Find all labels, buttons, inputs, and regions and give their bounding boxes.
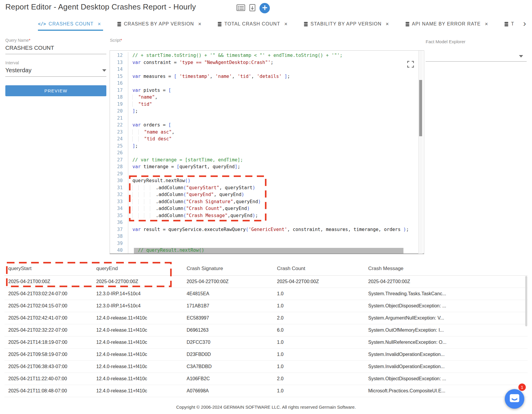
tab-label: T xyxy=(511,21,514,27)
tab-crashes-by-app-version[interactable]: CRASHES BY APP VERSION× xyxy=(117,17,201,31)
table-cell: 12.3.0-IRP.14+510c4 xyxy=(92,291,183,296)
code-line[interactable]: 16 xyxy=(110,80,424,87)
line-number: 27 xyxy=(110,157,128,164)
preview-button[interactable]: PREVIEW xyxy=(5,85,106,96)
code-line[interactable]: 26 xyxy=(110,150,424,157)
editor-vertical-scrollbar[interactable] xyxy=(418,51,423,254)
code-line[interactable]: 40 // queryResult.nextRow() xyxy=(110,247,424,254)
table-row: 2025-04-21T09:58:19-07:0012.4.0-release.… xyxy=(4,349,528,361)
add-query-button[interactable] xyxy=(259,3,270,13)
table-cell: 171AB1B7 xyxy=(183,303,273,309)
code-text: // var timerange = [startTime, endTime]; xyxy=(128,157,243,164)
code-line[interactable]: 31 .addColumn("queryStart", queryStart) xyxy=(110,184,424,192)
editor-scrollbar-thumb[interactable] xyxy=(419,80,422,136)
code-line[interactable]: 24 "tid desc" xyxy=(110,136,424,143)
line-number: 35 xyxy=(110,212,128,219)
code-line[interactable]: 36 xyxy=(110,219,424,226)
code-line[interactable]: 37var result = queryService.executeRawQu… xyxy=(110,226,424,233)
code-line[interactable]: 29 xyxy=(110,171,424,178)
code-line[interactable]: 23 "name asc", xyxy=(110,129,424,136)
line-number: 16 xyxy=(110,80,128,87)
table-cell: 1.0 xyxy=(273,303,364,309)
table-cell: EC583997 xyxy=(183,315,273,321)
code-line[interactable]: 38 xyxy=(110,233,424,240)
table-cell: System.InvalidOperationException... xyxy=(364,352,528,357)
code-line[interactable]: 27// var timerange = [startTime, endTime… xyxy=(110,157,424,164)
code-line[interactable]: 34 .addColumn("Crash Count",queryEnd) xyxy=(110,205,424,212)
chat-button[interactable] xyxy=(505,389,524,409)
table-row: 2025-04-21T14:18:19-07:0012.4.0-release.… xyxy=(4,336,528,349)
database-icon xyxy=(117,22,121,27)
code-line[interactable]: 35 .addColumn("Crash Message",queryEnd); xyxy=(110,212,424,219)
code-text: // + startTime.toString() + '" && timest… xyxy=(128,52,342,59)
code-line[interactable]: 18 "name", xyxy=(110,94,424,101)
code-text: var pivots = [ xyxy=(128,87,171,94)
tab-scroll-right-chevron[interactable]: › xyxy=(523,18,526,28)
interval-select[interactable]: Interval Yesterday xyxy=(5,60,106,77)
interval-value[interactable]: Yesterday xyxy=(5,67,31,74)
code-text: "name asc", xyxy=(128,129,174,136)
table-cell: 12.4.0-release.11+f410c xyxy=(92,328,183,333)
report-list-button[interactable] xyxy=(236,4,245,12)
line-number: 17 xyxy=(110,87,128,94)
save-report-button[interactable] xyxy=(249,4,256,12)
table-cell: 12.3.0-IRP.14+510c4 xyxy=(92,303,183,309)
code-line[interactable]: 28var timerange = [queryStart, queryEnd]… xyxy=(110,163,424,171)
tab-total-crash-count[interactable]: TOTAL CRASH COUNT× xyxy=(218,17,287,31)
table-cell: 2025-04-21T02:04:15-07:00 xyxy=(4,303,92,309)
close-icon[interactable]: × xyxy=(98,21,101,27)
code-line[interactable]: 17var pivots = [ xyxy=(110,87,424,94)
code-line[interactable]: 15var measures = [ 'timestamp', 'name', … xyxy=(110,73,424,80)
code-line[interactable]: 25]; xyxy=(110,143,424,150)
code-line[interactable]: 22var orders = [ xyxy=(110,122,424,129)
code-line[interactable]: 14 xyxy=(110,66,424,73)
line-number: 18 xyxy=(110,94,128,101)
fact-model-explorer-select[interactable] xyxy=(426,44,527,62)
close-icon[interactable]: × xyxy=(284,21,288,27)
table-cell: 12.4.0-release.11+f410c xyxy=(92,400,183,401)
code-line[interactable]: 39 xyxy=(110,240,424,247)
code-text xyxy=(128,233,132,240)
close-icon[interactable]: × xyxy=(386,21,389,27)
table-cell: 2025-04-21T03:02:24-07:00 xyxy=(4,291,92,296)
query-name-field[interactable]: Query Name* CRASHES COUNT xyxy=(5,38,106,54)
table-vertical-scrollbar[interactable] xyxy=(525,276,527,326)
code-line[interactable]: 30queryResult.nextRow() xyxy=(110,177,424,184)
code-line[interactable]: 33 .addColumn("Crash Signature",queryEnd… xyxy=(110,198,424,206)
code-text: ]; xyxy=(128,108,138,115)
code-line[interactable]: 32 .addColumn("queryEnd", queryEnd) xyxy=(110,191,424,198)
code-lines: 12// + startTime.toString() + '" && time… xyxy=(110,51,424,254)
table-header-row: queryStartqueryEndCrash SignatureCrash C… xyxy=(4,262,528,276)
table-row: 2025-04-21T02:42:41-07:0012.4.0-release.… xyxy=(4,312,528,324)
code-line[interactable]: 20]; xyxy=(110,108,424,115)
code-line[interactable]: 19 "tid" xyxy=(110,101,424,108)
code-text: .addColumn("queryStart", queryStart) xyxy=(128,184,255,192)
tab-t[interactable]: T× xyxy=(504,17,515,31)
close-icon[interactable]: × xyxy=(485,21,488,27)
line-number: 25 xyxy=(110,143,128,150)
script-code-editor[interactable]: 12// + startTime.toString() + '" && time… xyxy=(110,50,424,254)
column-header-crash-message: Crash Message xyxy=(364,266,528,272)
fullscreen-expand-icon[interactable] xyxy=(406,60,415,68)
tab-bar: </>CRASHES COUNT×CRASHES BY APP VERSION×… xyxy=(38,17,515,31)
copyright-footer: Copyright © 2006-2024 GERMAIN SOFTWARE L… xyxy=(0,405,532,410)
code-text: "tid desc" xyxy=(128,136,172,143)
fact-model-explorer-label: Fact Model Explorer xyxy=(426,39,465,44)
line-number: 14 xyxy=(110,66,128,73)
page-title: Report Editor - Agent Desktop Crashes Re… xyxy=(5,2,196,12)
table-cell: System.NullReferenceException: O... xyxy=(364,340,528,345)
close-icon[interactable]: × xyxy=(198,21,201,27)
query-name-input[interactable]: CRASHES COUNT xyxy=(5,43,106,51)
tab-crashes-count[interactable]: </>CRASHES COUNT× xyxy=(38,17,101,31)
table-cell: C3A7BDBD xyxy=(183,364,273,369)
code-line[interactable]: 21 xyxy=(110,115,424,122)
code-line[interactable]: 12// + startTime.toString() + '" && time… xyxy=(110,52,424,59)
code-line[interactable]: 13var constraint = 'type == "NewAgentDes… xyxy=(110,59,424,66)
line-number: 39 xyxy=(110,240,128,247)
line-number: 38 xyxy=(110,233,128,240)
interval-label: Interval xyxy=(5,60,106,65)
chat-bubble-icon xyxy=(509,394,520,404)
tab-api-name-by-error-rate[interactable]: API NAME BY ERROR RATE× xyxy=(406,17,488,31)
plus-icon xyxy=(262,5,268,12)
tab-stability-by-app-version[interactable]: STABILITY BY APP VERSION× xyxy=(304,17,389,31)
